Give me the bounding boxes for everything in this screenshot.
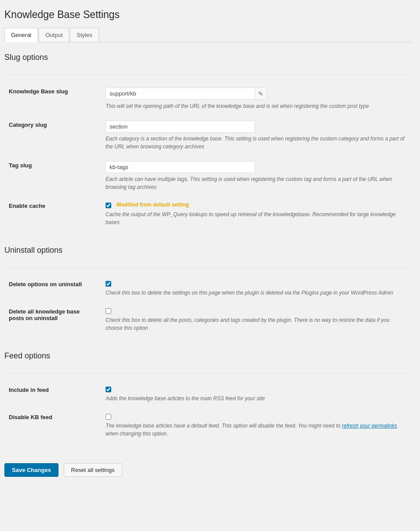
slug-options-table: Knowledge Base slug ✎ This will set the … <box>4 82 411 232</box>
tab-general[interactable]: General <box>4 28 38 42</box>
enable-cache-row: Enable cache Modified from default setti… <box>4 196 411 232</box>
delete-options-label: Delete options on uninstall <box>4 275 97 302</box>
feed-options-title: Feed options <box>4 351 411 364</box>
tab-output[interactable]: Output <box>39 28 69 42</box>
feed-divider <box>4 373 411 373</box>
enable-cache-checkbox-row: Modified from default setting <box>106 202 407 208</box>
tag-slug-row: Tag slug Each article can have multiple … <box>4 156 411 196</box>
delete-posts-row: Delete all knowledge base posts on unins… <box>4 302 411 337</box>
uninstall-options-title: Uninstall options <box>4 246 411 258</box>
delete-options-description: Check this box to delete the settings on… <box>106 289 407 297</box>
tag-slug-description: Each article can have multiple tags. Thi… <box>106 175 407 191</box>
kb-slug-input[interactable] <box>106 88 255 100</box>
delete-options-field-cell: Check this box to delete the settings on… <box>97 275 411 302</box>
disable-kb-feed-field-cell: The knowledge base articles have a defau… <box>97 408 411 443</box>
delete-posts-checkbox[interactable] <box>106 308 111 314</box>
delete-posts-checkbox-row <box>106 307 407 314</box>
include-feed-checkbox-row <box>106 386 407 392</box>
tab-styles[interactable]: Styles <box>70 28 99 42</box>
category-slug-field-cell: Each category is a section of the knowle… <box>97 115 411 156</box>
disable-kb-feed-checkbox-row <box>106 413 407 420</box>
disable-kb-feed-label: Disable KB feed <box>4 408 97 443</box>
slug-options-title: Slug options <box>4 53 411 66</box>
delete-posts-label: Delete all knowledge base posts on unins… <box>4 302 97 337</box>
tabs-container: General Output Styles <box>4 28 411 42</box>
include-feed-checkbox[interactable] <box>106 387 111 392</box>
delete-posts-description: Check this box to delete all the posts, … <box>106 316 407 332</box>
uninstall-divider <box>4 267 411 268</box>
delete-options-row: Delete options on uninstall Check this b… <box>4 275 411 302</box>
category-slug-input[interactable] <box>106 121 255 133</box>
disable-kb-feed-checkbox[interactable] <box>106 414 111 420</box>
include-feed-row: Include in feed Adds the knowledge base … <box>4 380 411 408</box>
enable-cache-description: Cache the output of the WP_Query lookups… <box>106 210 407 226</box>
delete-options-checkbox[interactable] <box>106 281 111 287</box>
category-slug-description: Each category is a section of the knowle… <box>106 135 407 151</box>
delete-options-checkbox-row <box>106 280 407 287</box>
refresh-permalinks-link[interactable]: refresh your permalinks <box>342 423 397 429</box>
feed-options-table: Include in feed Adds the knowledge base … <box>4 380 411 443</box>
delete-posts-field-cell: Check this box to delete all the posts, … <box>97 302 411 337</box>
uninstall-options-table: Delete options on uninstall Check this b… <box>4 275 411 337</box>
kb-slug-row: Knowledge Base slug ✎ This will set the … <box>4 82 411 115</box>
include-feed-description: Adds the knowledge base articles to the … <box>106 395 407 402</box>
include-feed-label: Include in feed <box>4 380 97 408</box>
tag-slug-label: Tag slug <box>4 156 97 196</box>
disable-kb-feed-desc-after: when changing this option. <box>106 431 168 437</box>
enable-cache-field-cell: Modified from default setting Cache the … <box>97 196 411 232</box>
save-changes-button[interactable]: Save Changes <box>4 463 58 477</box>
include-feed-field-cell: Adds the knowledge base articles to the … <box>97 380 411 408</box>
disable-kb-feed-row: Disable KB feed The knowledge base artic… <box>4 408 411 443</box>
category-slug-label: Category slug <box>4 115 97 156</box>
enable-cache-checkbox[interactable] <box>106 203 111 208</box>
kb-slug-field-cell: ✎ This will set the opening path of the … <box>97 82 411 115</box>
enable-cache-label: Enable cache <box>4 196 97 232</box>
slug-divider <box>4 74 411 75</box>
page-title: Knowledge Base Settings <box>4 9 411 21</box>
reset-settings-button[interactable]: Reset all settings <box>64 463 122 477</box>
kb-slug-description: This will set the opening path of the UR… <box>106 102 407 110</box>
kb-slug-input-wrap: ✎ <box>106 87 407 100</box>
modified-label: Modified from default setting <box>117 202 189 208</box>
tag-slug-input[interactable] <box>106 161 255 173</box>
disable-kb-feed-desc-before: The knowledge base articles have a defau… <box>106 423 342 429</box>
slug-edit-icon: ✎ <box>255 87 267 100</box>
kb-slug-label: Knowledge Base slug <box>4 82 97 115</box>
save-bar: Save Changes Reset all settings <box>4 456 411 477</box>
disable-kb-feed-description: The knowledge base articles have a defau… <box>106 422 407 438</box>
category-slug-row: Category slug Each category is a section… <box>4 115 411 156</box>
tag-slug-field-cell: Each article can have multiple tags. Thi… <box>97 156 411 196</box>
